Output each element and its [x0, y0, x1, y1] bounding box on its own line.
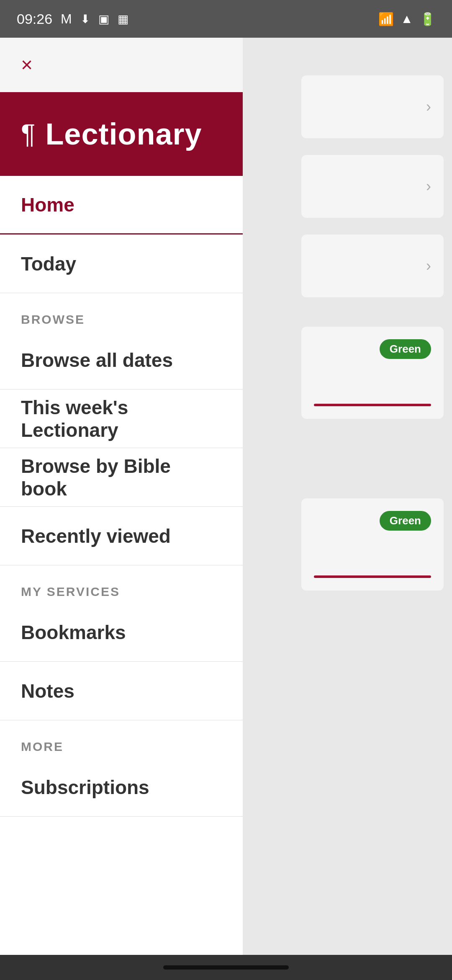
nav-label-recently-viewed: Recently viewed — [21, 525, 171, 547]
gmail-icon: M — [61, 11, 72, 27]
wifi-icon: 📶 — [378, 12, 394, 26]
pilcrow-icon: ¶ — [21, 121, 35, 147]
section-more: MORE — [0, 720, 243, 758]
nav-label-home: Home — [21, 193, 74, 216]
nav-item-browse-by-bible-book[interactable]: Browse by Bible book — [0, 448, 243, 507]
nav-label-browse-by-bible-book: Browse by Bible book — [21, 455, 222, 500]
drawer: × ¶ Lectionary Home Today BROWSE Browse … — [0, 38, 243, 980]
section-my-services: MY SERVICES — [0, 565, 243, 603]
nav-label-browse-all-dates: Browse all dates — [21, 349, 173, 371]
nav-item-recently-viewed[interactable]: Recently viewed — [0, 507, 243, 565]
section-browse: BROWSE — [0, 293, 243, 331]
nav-label-bookmarks: Bookmarks — [21, 621, 126, 644]
chevron-icon-3: › — [426, 257, 431, 275]
nav-label-this-weeks-lectionary: This week's Lectionary — [21, 396, 222, 441]
wallet-icon: ▣ — [98, 12, 109, 26]
nav-item-today[interactable]: Today — [0, 235, 243, 293]
home-indicator[interactable] — [163, 965, 289, 970]
calendar-icon: ▦ — [118, 12, 128, 26]
status-bar: 09:26 M ⬇ ▣ ▦ 📶 ▲ 🔋 — [0, 0, 452, 38]
nav-label-notes: Notes — [21, 680, 74, 702]
drawer-header: ¶ Lectionary — [0, 92, 243, 176]
section-my-services-label: MY SERVICES — [21, 585, 120, 599]
red-line-2 — [314, 575, 431, 578]
nav-item-notes[interactable]: Notes — [0, 662, 243, 720]
bg-card-2: › — [301, 155, 444, 218]
bg-card-green-2: Green — [301, 498, 444, 591]
green-badge-1: Green — [380, 339, 431, 359]
red-line-1 — [314, 404, 431, 406]
close-button[interactable]: × — [21, 55, 33, 75]
status-bar-left: 09:26 M ⬇ ▣ ▦ — [17, 11, 128, 27]
chevron-icon-1: › — [426, 98, 431, 116]
bottom-bar — [0, 955, 452, 980]
nav-item-subscriptions[interactable]: Subscriptions — [0, 758, 243, 817]
bg-card-green-1: Green — [301, 327, 444, 419]
nav-item-bookmarks[interactable]: Bookmarks — [0, 603, 243, 662]
status-bar-right: 📶 ▲ 🔋 — [378, 12, 435, 26]
download-icon: ⬇ — [80, 12, 90, 26]
battery-icon: 🔋 — [420, 12, 435, 26]
app-title: Lectionary — [45, 117, 202, 151]
nav-label-subscriptions: Subscriptions — [21, 776, 149, 799]
bg-card-3: › — [301, 235, 444, 297]
green-badge-2: Green — [380, 511, 431, 531]
nav-item-home[interactable]: Home — [0, 176, 243, 235]
status-time: 09:26 — [17, 11, 52, 27]
chevron-icon-2: › — [426, 178, 431, 195]
section-browse-label: BROWSE — [21, 312, 85, 327]
section-more-label: MORE — [21, 740, 64, 754]
drawer-close-bar: × — [0, 38, 243, 92]
drawer-nav: Home Today BROWSE Browse all dates This … — [0, 176, 243, 980]
nav-item-this-weeks-lectionary[interactable]: This week's Lectionary — [0, 389, 243, 448]
bg-card-1: › — [301, 75, 444, 138]
nav-label-today: Today — [21, 253, 76, 275]
signal-icon: ▲ — [401, 12, 413, 26]
nav-item-browse-all-dates[interactable]: Browse all dates — [0, 331, 243, 389]
